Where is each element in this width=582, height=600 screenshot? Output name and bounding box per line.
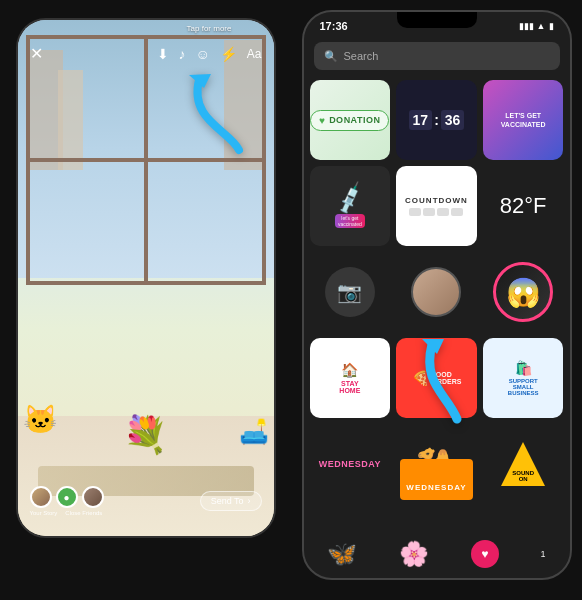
flowers-vase: 💐	[123, 414, 168, 456]
heart-icon: ♥	[481, 547, 488, 561]
clock-colon: :	[434, 112, 439, 128]
get-vaccinated-sticker: 💉 let's getvaccinated	[335, 184, 365, 228]
sticker-grid: ♥ DONATION 17 : 36 LET'S GETVACCINATED	[310, 80, 564, 568]
camel-sticker[interactable]: 🐪 WEDNESDAY	[396, 424, 477, 504]
temperature-sticker[interactable]: 82°F	[483, 166, 564, 246]
wednesday-pink-label: WEDNESDAY	[319, 459, 381, 469]
close-button[interactable]: ✕	[30, 44, 43, 63]
countdown-block-1	[409, 208, 421, 216]
clock-display: 17 : 36	[409, 110, 465, 130]
mouth-emoji: 😱	[506, 276, 541, 309]
chevron-right-icon: ›	[248, 496, 251, 506]
phone-frame-left: 💐 🐱 🛋️ ✕ Tap for more ⬇ ♪ ☺ ⚡ Aa	[16, 18, 276, 538]
mouth-sticker[interactable]: 😱	[483, 252, 564, 332]
donation-label: DONATION	[329, 115, 380, 125]
sound-on-label: SOUNDON	[501, 470, 545, 482]
story-labels: Your Story Close Friends	[30, 510, 103, 516]
stay-home-label: STAYHOME	[339, 380, 360, 394]
left-panel: 💐 🐱 🛋️ ✕ Tap for more ⬇ ♪ ☺ ⚡ Aa	[0, 0, 291, 600]
your-story-label: Your Story	[30, 510, 58, 516]
status-icons: ▮▮▮ ▲ ▮	[519, 21, 554, 31]
countdown-block-2	[423, 208, 435, 216]
avatars-row: ●	[30, 486, 104, 508]
like-button[interactable]: ♥	[471, 540, 499, 568]
support-business-sticker[interactable]: 🛍️ SUPPORTSMALLBUSINESS	[483, 338, 564, 418]
countdown-block-3	[437, 208, 449, 216]
camera-sticker[interactable]: 📷	[310, 252, 391, 332]
vaccinated-label: LET'S GETVACCINATED	[501, 111, 546, 129]
clock-hour: 17	[409, 110, 433, 130]
right-panel: 17:36 ▮▮▮ ▲ ▮ 🔍 Search ♥ DONATION	[291, 0, 582, 600]
blue-arrow-indicator	[169, 70, 249, 164]
countdown-block-4	[451, 208, 463, 216]
yellow-heart-sticker[interactable]: 🌸	[399, 540, 429, 568]
camera-icon: 📷	[337, 280, 362, 304]
signal-icon: ▮▮▮	[519, 21, 534, 31]
donation-sticker[interactable]: ♥ DONATION	[310, 80, 391, 160]
text-icon[interactable]: Aa	[247, 47, 262, 61]
countdown-label: COUNTDOWN	[405, 196, 468, 205]
wifi-icon: ▲	[537, 21, 546, 31]
your-story-avatar[interactable]	[30, 486, 52, 508]
third-avatar[interactable]	[82, 486, 104, 508]
clock-minute: 36	[441, 110, 465, 130]
syringe-icon: 💉	[331, 180, 369, 217]
camera-circle: 📷	[325, 267, 375, 317]
blue-arrow-right	[397, 329, 477, 433]
story-background: 💐 🐱 🛋️ ✕ Tap for more ⬇ ♪ ☺ ⚡ Aa	[18, 20, 274, 536]
sticker-icon[interactable]: ☺	[196, 46, 210, 62]
tap-for-more-label: Tap for more	[187, 24, 232, 33]
stay-home-icon: 🏠	[341, 362, 358, 378]
stay-home-sticker[interactable]: 🏠 STAYHOME	[310, 338, 391, 418]
wednesday-text-sticker[interactable]: WEDNESDAY	[310, 424, 391, 504]
temperature-label: 82°F	[500, 193, 547, 219]
like-count: 1	[541, 549, 546, 559]
pillow: 🛋️	[239, 418, 269, 446]
search-bar[interactable]: 🔍 Search	[314, 42, 560, 70]
story-toolbar: ✕ Tap for more ⬇ ♪ ☺ ⚡ Aa	[18, 44, 274, 63]
countdown-sticker[interactable]: COUNTDOWN	[396, 166, 477, 246]
music-icon[interactable]: ♪	[179, 46, 186, 62]
vaccinated-sticker[interactable]: LET'S GETVACCINATED	[483, 80, 564, 160]
send-to-button[interactable]: Send To ›	[200, 491, 262, 511]
profile-circle	[411, 267, 461, 317]
status-time: 17:36	[320, 20, 348, 32]
close-friends-avatar[interactable]: ●	[56, 486, 78, 508]
profile-photo-sticker[interactable]	[396, 252, 477, 332]
wednesday-orange-badge: WEDNESDAY	[400, 459, 472, 500]
blue-heart-sticker[interactable]: 🦋	[327, 540, 357, 568]
phone-frame-right: 17:36 ▮▮▮ ▲ ▮ 🔍 Search ♥ DONATION	[302, 10, 572, 580]
effects-icon[interactable]: ⚡	[220, 46, 237, 62]
business-icon: 🛍️	[515, 360, 532, 376]
countdown-blocks	[409, 208, 463, 216]
send-to-label: Send To	[211, 496, 244, 506]
close-friends-label: Close Friends	[65, 510, 102, 516]
toolbar-icons: Tap for more ⬇ ♪ ☺ ⚡ Aa	[157, 46, 262, 62]
donation-heart-icon: ♥	[319, 115, 325, 126]
sound-on-sticker[interactable]: SOUNDON	[483, 424, 564, 504]
cat-sticker: 🐱	[23, 403, 58, 436]
phone-notch	[397, 12, 477, 28]
bottom-stickers-row: 🦋 🌸 ♥ 1	[310, 540, 564, 568]
search-placeholder-text: Search	[344, 50, 379, 62]
donation-inner: ♥ DONATION	[310, 110, 389, 131]
bandaid-sticker[interactable]: 💉 let's getvaccinated	[310, 166, 391, 246]
sound-on-container: SOUNDON	[501, 442, 545, 486]
mouth-circle: 😱	[493, 262, 553, 322]
story-bottom-bar: ● Your Story Close Friends Send To ›	[18, 486, 274, 516]
wednesday-orange-label: WEDNESDAY	[406, 483, 466, 492]
clock-sticker[interactable]: 17 : 36	[396, 80, 477, 160]
get-vaccinated-badge: let's getvaccinated	[335, 214, 365, 228]
business-label: SUPPORTSMALLBUSINESS	[508, 378, 539, 396]
story-avatars-section: ● Your Story Close Friends	[30, 486, 104, 516]
battery-icon: ▮	[549, 21, 554, 31]
search-icon: 🔍	[324, 50, 338, 63]
download-icon[interactable]: ⬇	[157, 46, 169, 62]
